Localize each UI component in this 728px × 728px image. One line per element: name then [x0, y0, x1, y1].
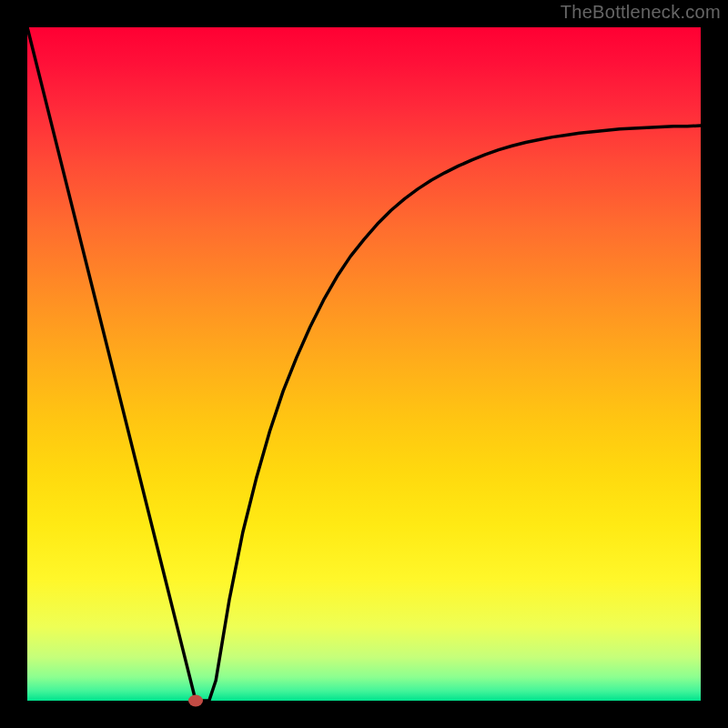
watermark-label: TheBottleneck.com — [561, 2, 721, 23]
bottleneck-chart — [0, 0, 728, 728]
gradient-background — [27, 27, 701, 701]
optimal-point-marker — [188, 695, 203, 707]
chart-container: TheBottleneck.com — [0, 0, 728, 728]
